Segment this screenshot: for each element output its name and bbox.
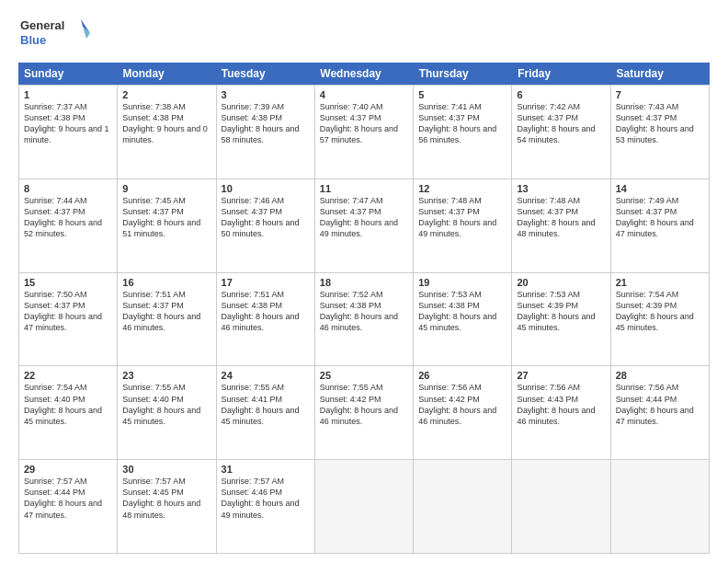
- day-number: 1: [24, 89, 112, 100]
- calendar-cell: 2 Sunrise: 7:38 AMSunset: 4:38 PMDayligh…: [118, 86, 216, 178]
- day-number: 11: [320, 183, 408, 194]
- cell-info: Sunrise: 7:50 AMSunset: 4:37 PMDaylight:…: [24, 290, 102, 332]
- cell-info: Sunrise: 7:56 AMSunset: 4:44 PMDaylight:…: [616, 383, 694, 425]
- logo-icon: General Blue: [18, 15, 92, 53]
- cell-info: Sunrise: 7:46 AMSunset: 4:37 PMDaylight:…: [222, 196, 300, 238]
- cell-info: Sunrise: 7:54 AMSunset: 4:40 PMDaylight:…: [24, 383, 102, 425]
- calendar-cell: 14 Sunrise: 7:49 AMSunset: 4:37 PMDaylig…: [611, 179, 710, 272]
- calendar-cell: 22 Sunrise: 7:54 AMSunset: 4:40 PMDaylig…: [19, 366, 118, 459]
- cell-info: Sunrise: 7:57 AMSunset: 4:46 PMDaylight:…: [222, 477, 300, 519]
- calendar-cell: 8 Sunrise: 7:44 AMSunset: 4:37 PMDayligh…: [19, 179, 118, 272]
- calendar-cell: 31 Sunrise: 7:57 AMSunset: 4:46 PMDaylig…: [217, 460, 315, 553]
- calendar-cell: 26 Sunrise: 7:56 AMSunset: 4:42 PMDaylig…: [414, 366, 512, 459]
- cell-info: Sunrise: 7:37 AMSunset: 4:38 PMDaylight:…: [24, 102, 109, 144]
- day-number: 3: [222, 89, 310, 100]
- calendar-cell: 3 Sunrise: 7:39 AMSunset: 4:38 PMDayligh…: [217, 86, 315, 178]
- day-number: 6: [517, 89, 605, 100]
- day-number: 15: [24, 277, 112, 288]
- calendar-header: SundayMondayTuesdayWednesdayThursdayFrid…: [18, 63, 710, 85]
- calendar-header-cell: Saturday: [611, 63, 710, 85]
- calendar-cell: 4 Sunrise: 7:40 AMSunset: 4:37 PMDayligh…: [315, 86, 414, 178]
- calendar-cell: 19 Sunrise: 7:53 AMSunset: 4:38 PMDaylig…: [414, 273, 512, 366]
- calendar-cell: 23 Sunrise: 7:55 AMSunset: 4:40 PMDaylig…: [118, 366, 216, 459]
- day-number: 28: [616, 370, 704, 381]
- cell-info: Sunrise: 7:49 AMSunset: 4:37 PMDaylight:…: [616, 196, 694, 238]
- day-number: 18: [320, 277, 408, 288]
- page: General Blue SundayMondayTuesdayWednesda…: [0, 0, 728, 563]
- calendar-body: 1 Sunrise: 7:37 AMSunset: 4:38 PMDayligh…: [18, 85, 710, 554]
- cell-info: Sunrise: 7:53 AMSunset: 4:39 PMDaylight:…: [517, 290, 595, 332]
- calendar-header-cell: Thursday: [414, 63, 512, 85]
- day-number: 14: [616, 183, 704, 194]
- day-number: 9: [122, 183, 210, 194]
- cell-info: Sunrise: 7:48 AMSunset: 4:37 PMDaylight:…: [517, 196, 595, 238]
- cell-info: Sunrise: 7:55 AMSunset: 4:41 PMDaylight:…: [222, 383, 300, 425]
- calendar-cell: 6 Sunrise: 7:42 AMSunset: 4:37 PMDayligh…: [512, 86, 610, 178]
- cell-info: Sunrise: 7:51 AMSunset: 4:37 PMDaylight:…: [122, 290, 200, 332]
- cell-info: Sunrise: 7:39 AMSunset: 4:38 PMDaylight:…: [222, 102, 300, 144]
- calendar-cell: [315, 460, 414, 553]
- calendar-cell: 17 Sunrise: 7:51 AMSunset: 4:38 PMDaylig…: [217, 273, 315, 366]
- calendar-cell: [512, 460, 610, 553]
- day-number: 25: [320, 370, 408, 381]
- calendar-cell: 9 Sunrise: 7:45 AMSunset: 4:37 PMDayligh…: [118, 179, 216, 272]
- day-number: 26: [418, 370, 506, 381]
- cell-info: Sunrise: 7:55 AMSunset: 4:42 PMDaylight:…: [320, 383, 398, 425]
- calendar-header-cell: Friday: [512, 63, 610, 85]
- cell-info: Sunrise: 7:42 AMSunset: 4:37 PMDaylight:…: [517, 102, 595, 144]
- calendar-header-cell: Monday: [117, 63, 215, 85]
- day-number: 16: [122, 277, 210, 288]
- cell-info: Sunrise: 7:48 AMSunset: 4:37 PMDaylight:…: [418, 196, 496, 238]
- calendar-cell: 12 Sunrise: 7:48 AMSunset: 4:37 PMDaylig…: [414, 179, 512, 272]
- cell-info: Sunrise: 7:55 AMSunset: 4:40 PMDaylight:…: [122, 383, 200, 425]
- cell-info: Sunrise: 7:57 AMSunset: 4:44 PMDaylight:…: [24, 477, 102, 519]
- cell-info: Sunrise: 7:47 AMSunset: 4:37 PMDaylight:…: [320, 196, 398, 238]
- calendar-header-cell: Tuesday: [216, 63, 314, 85]
- calendar-header-cell: Sunday: [18, 63, 117, 85]
- calendar-cell: 20 Sunrise: 7:53 AMSunset: 4:39 PMDaylig…: [512, 273, 610, 366]
- calendar-cell: 18 Sunrise: 7:52 AMSunset: 4:38 PMDaylig…: [315, 273, 414, 366]
- day-number: 10: [222, 183, 310, 194]
- calendar-row: 1 Sunrise: 7:37 AMSunset: 4:38 PMDayligh…: [18, 85, 710, 179]
- calendar-cell: 5 Sunrise: 7:41 AMSunset: 4:37 PMDayligh…: [414, 86, 512, 178]
- day-number: 5: [418, 89, 506, 100]
- calendar-cell: 1 Sunrise: 7:37 AMSunset: 4:38 PMDayligh…: [19, 86, 118, 178]
- day-number: 30: [122, 464, 210, 475]
- day-number: 4: [320, 89, 408, 100]
- calendar-cell: 16 Sunrise: 7:51 AMSunset: 4:37 PMDaylig…: [118, 273, 216, 366]
- cell-info: Sunrise: 7:40 AMSunset: 4:37 PMDaylight:…: [320, 102, 398, 144]
- calendar-cell: 7 Sunrise: 7:43 AMSunset: 4:37 PMDayligh…: [611, 86, 710, 178]
- cell-info: Sunrise: 7:38 AMSunset: 4:38 PMDaylight:…: [122, 102, 208, 144]
- cell-info: Sunrise: 7:52 AMSunset: 4:38 PMDaylight:…: [320, 290, 398, 332]
- calendar-cell: [414, 460, 512, 553]
- calendar-row: 8 Sunrise: 7:44 AMSunset: 4:37 PMDayligh…: [18, 179, 710, 273]
- calendar-cell: 25 Sunrise: 7:55 AMSunset: 4:42 PMDaylig…: [315, 366, 414, 459]
- calendar-cell: 24 Sunrise: 7:55 AMSunset: 4:41 PMDaylig…: [217, 366, 315, 459]
- calendar-row: 29 Sunrise: 7:57 AMSunset: 4:44 PMDaylig…: [18, 460, 710, 554]
- calendar: SundayMondayTuesdayWednesdayThursdayFrid…: [18, 63, 710, 554]
- day-number: 20: [517, 277, 605, 288]
- day-number: 17: [222, 277, 310, 288]
- day-number: 7: [616, 89, 704, 100]
- day-number: 31: [222, 464, 310, 475]
- cell-info: Sunrise: 7:41 AMSunset: 4:37 PMDaylight:…: [418, 102, 496, 144]
- header: General Blue: [18, 15, 710, 53]
- cell-info: Sunrise: 7:51 AMSunset: 4:38 PMDaylight:…: [222, 290, 300, 332]
- calendar-header-cell: Wednesday: [314, 63, 413, 85]
- day-number: 29: [24, 464, 112, 475]
- day-number: 21: [616, 277, 704, 288]
- calendar-cell: [611, 460, 710, 553]
- calendar-cell: 30 Sunrise: 7:57 AMSunset: 4:45 PMDaylig…: [118, 460, 216, 553]
- calendar-cell: 27 Sunrise: 7:56 AMSunset: 4:43 PMDaylig…: [512, 366, 610, 459]
- day-number: 2: [122, 89, 210, 100]
- calendar-cell: 11 Sunrise: 7:47 AMSunset: 4:37 PMDaylig…: [315, 179, 414, 272]
- cell-info: Sunrise: 7:57 AMSunset: 4:45 PMDaylight:…: [122, 477, 200, 519]
- cell-info: Sunrise: 7:45 AMSunset: 4:37 PMDaylight:…: [122, 196, 200, 238]
- day-number: 19: [418, 277, 506, 288]
- cell-info: Sunrise: 7:56 AMSunset: 4:43 PMDaylight:…: [517, 383, 595, 425]
- logo: General Blue: [18, 15, 92, 53]
- cell-info: Sunrise: 7:56 AMSunset: 4:42 PMDaylight:…: [418, 383, 496, 425]
- calendar-cell: 28 Sunrise: 7:56 AMSunset: 4:44 PMDaylig…: [611, 366, 710, 459]
- cell-info: Sunrise: 7:53 AMSunset: 4:38 PMDaylight:…: [418, 290, 496, 332]
- day-number: 22: [24, 370, 112, 381]
